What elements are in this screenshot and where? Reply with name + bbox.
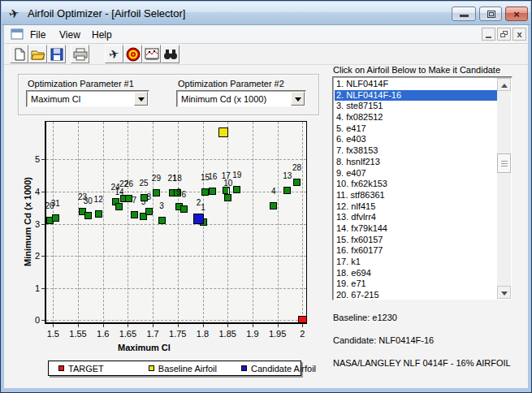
target-button[interactable] [123,45,142,63]
scroll-up-button[interactable] [497,78,511,91]
mdi-close-button[interactable]: x [513,28,526,41]
gridline [153,122,154,322]
airfoils-marker [84,212,92,219]
list-item[interactable]: 3. ste87151 [335,101,497,112]
list-scrollbar[interactable] [497,78,511,299]
airfoils-marker [233,186,240,193]
airfoil-listbox[interactable]: 1. NLF0414F2. NLF0414F-163. ste871514. f… [332,76,513,300]
point-label: 28 [288,164,307,172]
mdi-minimize-button[interactable] [482,28,495,41]
list-header: Click on Airfoil Below to Make it Candid… [333,65,500,75]
legend-item: Baseline Airfoil [149,364,217,374]
airfoils-marker [180,205,188,213]
gridline [78,122,79,322]
minimize-button[interactable] [452,6,476,21]
airfoil-list: 1. NLF0414F2. NLF0414F-163. ste871514. f… [335,79,497,299]
chevron-down-icon [138,97,145,101]
binoculars-icon [163,49,178,60]
point-leader [55,209,56,214]
point-leader [162,211,162,217]
target-marker [298,316,307,324]
param1-value: Maximum Cl [31,94,80,104]
list-item[interactable]: 16. fx60177 [335,245,497,257]
menu-item-file[interactable]: File [25,28,50,42]
x-tick-label: 1.95 [264,329,292,339]
list-item[interactable]: 5. e417 [335,123,497,135]
maximize-button[interactable] [479,6,502,21]
legend-swatch-icon [241,365,247,371]
open-folder-icon [31,48,45,61]
open-button[interactable] [28,45,47,63]
minimize-icon [460,15,469,17]
list-item[interactable]: 6. e403 [335,134,497,145]
airfoils-marker [201,188,209,196]
gridline [46,320,306,321]
mdi-child-icon[interactable] [11,28,24,43]
list-item[interactable]: 18. e694 [335,268,497,279]
list-item[interactable]: 19. e71 [335,279,497,290]
airfoils-marker [153,189,160,196]
printer-icon [73,48,88,61]
plot-area: 2031233012241422267525829321189611516171… [45,121,307,324]
find-button[interactable] [161,45,179,63]
x-tick-label: 1.55 [64,329,92,339]
param2-combobox[interactable]: Minimum Cd (x 1000) [176,90,306,107]
list-item[interactable]: 15. fx60157 [335,235,497,246]
list-item[interactable]: 9. e407 [335,168,497,179]
print-button[interactable] [71,45,89,63]
list-item[interactable]: 17. k1 [335,257,497,268]
list-item[interactable]: 1. NLF0414F [335,79,497,90]
x-tick [53,324,54,327]
param1-combobox[interactable]: Maximum Cl [26,90,149,107]
client-area: Optimization Parameter #1 Maximum Cl Opt… [4,65,528,388]
plot-button[interactable] [142,45,161,63]
list-item[interactable]: 14. fx79k144 [335,223,497,235]
airfoils-marker [224,194,231,201]
point-label: 4 [264,188,283,196]
y-tick [41,192,45,192]
arrow-down-icon [501,292,508,296]
y-tick-label: 0 [27,315,40,325]
airfoil-button[interactable]: ✈ [105,45,123,63]
chevron-down-icon [295,97,301,101]
list-item[interactable]: 4. fx082512 [335,112,497,123]
list-item[interactable]: 20. 67-215 [335,290,497,299]
close-button[interactable]: × [505,6,528,21]
x-tick [103,324,104,327]
scroll-down-button[interactable] [497,286,511,299]
list-item[interactable]: 11. stf86361 [335,190,497,201]
point-label: 3 [152,202,171,210]
toolbar: ✈ [4,44,528,65]
baseline-airfoil-marker [218,127,228,137]
gridline [253,122,253,322]
titlebar[interactable]: ✈ Airfoil Optimizer - [Airfoil Selector]… [2,2,530,25]
list-item[interactable]: 2. NLF0414F-16 [335,90,497,101]
gridline [103,122,104,322]
menu-item-help[interactable]: Help [87,28,117,42]
list-item[interactable]: 10. fx62k153 [335,179,497,190]
list-item[interactable]: 13. dfvlrr4 [335,212,497,223]
x-axis-title: Maximum Cl [118,343,171,352]
list-item[interactable]: 7. fx38153 [335,145,497,157]
mdi-restore-button[interactable] [497,28,511,41]
param2-dropdown-button[interactable] [291,92,305,106]
scrollbar-thumb[interactable] [497,153,511,173]
list-item[interactable]: 8. hsnlf213 [335,157,497,168]
airplane-app-icon: ✈ [7,6,20,22]
window-title: Airfoil Optimizer - [Airfoil Selector] [28,7,185,19]
y-tick [41,256,45,257]
gridline [46,159,306,160]
chart: 2031233012241422267525829321189611516171… [4,110,329,371]
airfoils-marker [52,214,59,222]
param1-dropdown-button[interactable] [134,92,148,106]
legend-item: Candidate Airfoil [241,364,316,374]
target-icon [126,47,141,62]
menu-item-view[interactable]: View [54,28,85,42]
save-button[interactable] [47,45,66,63]
list-item[interactable]: 12. nlf415 [335,201,497,213]
y-tick [41,224,45,225]
point-leader [199,208,200,214]
point-leader [50,211,50,217]
new-button[interactable] [10,45,28,63]
airplane-icon: ✈ [107,45,121,63]
